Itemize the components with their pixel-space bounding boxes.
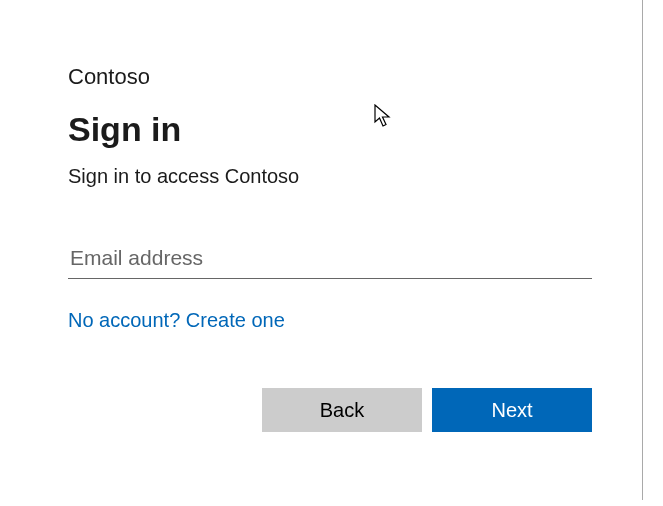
back-button[interactable]: Back	[262, 388, 422, 432]
page-subtitle: Sign in to access Contoso	[68, 165, 595, 188]
button-row: Back Next	[68, 388, 592, 432]
email-field[interactable]	[68, 242, 592, 279]
page-title: Sign in	[68, 110, 595, 149]
next-button[interactable]: Next	[432, 388, 592, 432]
panel-right-border	[642, 0, 643, 500]
create-account-link[interactable]: No account? Create one	[68, 309, 285, 332]
signin-panel: Contoso Sign in Sign in to access Contos…	[0, 0, 663, 472]
brand-name: Contoso	[68, 64, 595, 90]
